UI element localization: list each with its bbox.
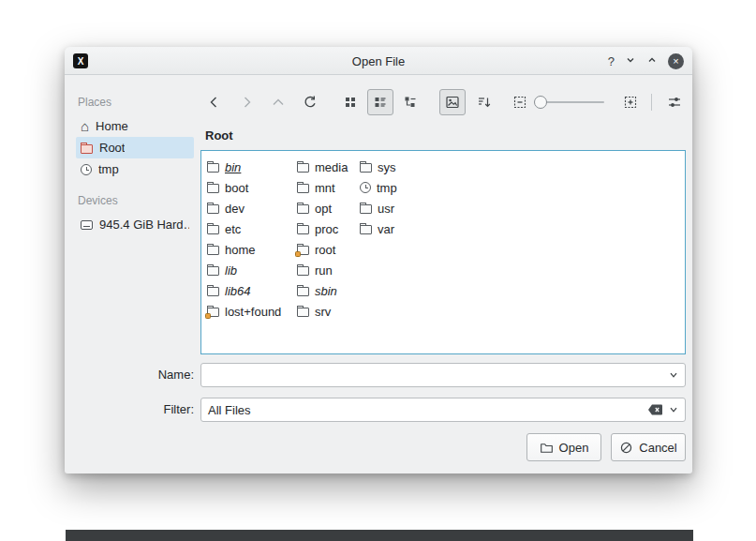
name-combobox[interactable]	[200, 363, 686, 387]
sidebar-item-tmp[interactable]: tmp	[76, 158, 194, 180]
forward-button[interactable]	[233, 89, 259, 115]
file-name: sbin	[315, 284, 337, 298]
zoom-out-button[interactable]	[511, 89, 529, 115]
folder-icon	[360, 203, 372, 214]
file-item[interactable]: proc	[297, 221, 348, 236]
file-item[interactable]: root	[297, 242, 348, 257]
file-name: usr	[378, 202, 394, 216]
current-folder-label: Root	[205, 128, 233, 143]
background-panel	[66, 530, 693, 541]
file-item[interactable]: var	[360, 221, 397, 236]
sidebar-item-root[interactable]: Root	[76, 137, 194, 158]
reload-button[interactable]	[297, 89, 323, 115]
folder-symlink-icon	[207, 161, 219, 173]
clock-icon	[81, 164, 92, 175]
sidebar-item-label: Home	[96, 119, 128, 133]
chevron-down-icon	[669, 405, 678, 414]
tree-view-button[interactable]	[397, 89, 423, 115]
file-item[interactable]: usr	[360, 201, 397, 216]
open-button[interactable]: Open	[526, 433, 601, 461]
minimize-button[interactable]	[625, 54, 636, 68]
places-panel: Places Home Root tmp Devices 945.4 GiB H…	[76, 94, 194, 235]
folder-symlink-icon	[207, 264, 219, 276]
file-item[interactable]: lib64	[207, 283, 281, 298]
file-item[interactable]: media	[297, 159, 348, 174]
chevron-down-icon	[625, 54, 636, 66]
icons-view-button[interactable]	[337, 89, 363, 115]
close-button[interactable]	[668, 53, 684, 69]
folder-locked-icon	[207, 306, 219, 317]
file-name: dev	[225, 202, 245, 216]
options-button[interactable]	[661, 89, 688, 115]
filter-dropdown-button[interactable]	[669, 405, 678, 414]
zoom-in-icon	[623, 95, 638, 110]
sidebar-item-home[interactable]: Home	[76, 115, 194, 137]
sort-icon	[477, 95, 492, 110]
file-name: sys	[378, 160, 396, 174]
name-input[interactable]	[208, 365, 663, 385]
up-button[interactable]	[265, 89, 291, 115]
maximize-button[interactable]	[646, 54, 658, 68]
open-button-label: Open	[559, 441, 589, 455]
chevron-right-icon	[239, 95, 254, 110]
details-view-icon	[373, 95, 388, 110]
file-item[interactable]: dev	[207, 201, 281, 216]
folder-icon	[360, 223, 372, 234]
reload-icon	[303, 95, 318, 110]
file-name: home	[225, 243, 256, 257]
details-view-button[interactable]	[367, 89, 393, 115]
file-item[interactable]: lib	[207, 263, 281, 278]
file-item[interactable]: boot	[207, 180, 281, 195]
file-column: sys tmp usr var	[360, 159, 397, 236]
file-name: opt	[315, 202, 332, 216]
folder-icon	[297, 306, 309, 317]
filter-combobox[interactable]: All Files	[200, 398, 686, 422]
file-item[interactable]: sbin	[297, 283, 348, 298]
name-dropdown-button[interactable]	[669, 370, 678, 380]
titlebar[interactable]: Open File ?	[65, 47, 692, 75]
back-button[interactable]	[201, 89, 228, 115]
file-item[interactable]: run	[297, 263, 348, 278]
file-item[interactable]: lost+found	[207, 304, 281, 319]
file-item[interactable]: sys	[360, 159, 397, 174]
cancel-icon	[619, 441, 633, 455]
file-name: root	[315, 243, 335, 257]
preview-button[interactable]	[439, 89, 466, 115]
file-item[interactable]: mnt	[297, 180, 348, 195]
folder-icon	[360, 161, 372, 173]
name-label: Name:	[93, 363, 194, 387]
file-name: srv	[315, 305, 331, 319]
sidebar-item-harddisk[interactable]: 945.4 GiB Hard…	[76, 214, 194, 235]
folder-icon	[207, 223, 219, 234]
clock-icon	[360, 182, 371, 193]
cancel-button[interactable]: Cancel	[611, 433, 686, 461]
folder-icon	[297, 223, 309, 234]
file-name: proc	[315, 222, 338, 236]
sidebar-item-label: 945.4 GiB Hard…	[99, 218, 189, 232]
folder-open-icon	[540, 441, 554, 455]
sort-button[interactable]	[471, 89, 497, 115]
folder-icon	[297, 203, 309, 214]
zoom-in-button[interactable]	[621, 89, 640, 115]
chevron-up-icon	[646, 54, 658, 66]
file-item[interactable]: home	[207, 242, 281, 257]
zoom-slider[interactable]	[535, 89, 604, 115]
file-item[interactable]: srv	[297, 304, 348, 319]
file-name: mnt	[315, 181, 335, 195]
sidebar-item-label: tmp	[98, 162, 119, 176]
toolbar-separator	[651, 94, 652, 111]
file-list-view[interactable]: bin boot dev etc home lib	[200, 150, 686, 354]
file-item[interactable]: tmp	[360, 180, 397, 195]
help-button[interactable]: ?	[608, 54, 615, 68]
file-item[interactable]: etc	[207, 221, 281, 236]
file-name: lib	[225, 263, 237, 278]
devices-header: Devices	[76, 192, 194, 209]
sidebar-item-label: Root	[99, 141, 125, 155]
slider-handle[interactable]	[534, 96, 547, 109]
file-item[interactable]: bin	[207, 159, 281, 174]
file-name: lost+found	[225, 305, 281, 319]
folder-icon	[297, 161, 309, 173]
clear-text-button[interactable]	[647, 403, 663, 416]
file-item[interactable]: opt	[297, 201, 348, 216]
file-name: lib64	[225, 284, 250, 298]
